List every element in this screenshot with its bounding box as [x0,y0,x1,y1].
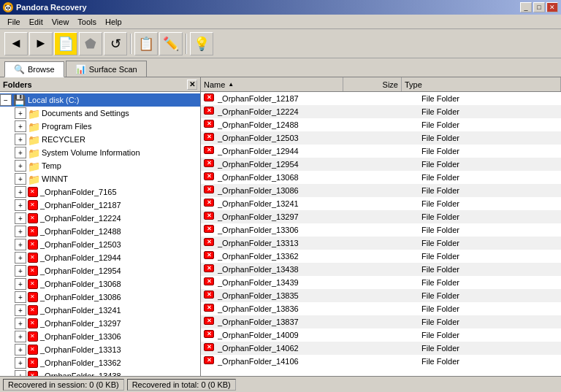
sort-arrow-name: ▲ [228,81,234,88]
tree-expander-winnt[interactable]: + [15,173,26,185]
folder-icon-program-files: 📁 [28,121,39,131]
tree-expander-orphan-12488[interactable]: + [15,226,26,237]
tree-expander-orphan-12224[interactable]: + [15,212,26,224]
tree-item-docs-settings[interactable]: +📁Documents and Settings [0,107,200,120]
edit-button[interactable]: ✏️ [159,32,183,55]
forward-button[interactable]: ► [29,32,53,55]
tree-item-orphan-12944[interactable]: +_OrphanFolder_12944 [0,251,200,264]
info-button[interactable]: 💡 [190,32,213,55]
file-row[interactable]: ✕_OrphanFolder_12954File Folder [201,158,561,171]
tree-expander-orphan-13241[interactable]: + [15,304,26,316]
folder-panel-close[interactable]: ✕ [187,80,197,90]
tree-item-temp[interactable]: +📁Temp [0,159,200,172]
file-row[interactable]: ✕_OrphanFolder_13297File Folder [201,210,561,223]
tree-expander-orphan-12944[interactable]: + [15,252,26,264]
tree-expander-orphan-13306[interactable]: + [15,331,26,342]
file-row[interactable]: ✕_OrphanFolder_13313File Folder [201,237,561,250]
scan-button[interactable]: 📄 [54,32,77,55]
file-row[interactable]: ✕_OrphanFolder_13438File Folder [201,263,561,276]
tree-item-orphan-13306[interactable]: +_OrphanFolder_13306 [0,330,200,343]
tree-item-orphan-12187[interactable]: +_OrphanFolder_12187 [0,199,200,212]
tree-item-orphan-13313[interactable]: +_OrphanFolder_13313 [0,343,200,356]
tree-expander-orphan-13297[interactable]: + [15,318,26,329]
tree-expander-local-disk[interactable]: − [0,94,12,106]
tree-expander-temp[interactable]: + [15,160,26,172]
tree-item-orphan-12954[interactable]: +_OrphanFolder_12954 [0,264,200,277]
file-row[interactable]: ✕_OrphanFolder_14106File Folder [201,355,561,368]
file-list[interactable]: ✕_OrphanFolder_12187File Folder✕_OrphanF… [201,92,561,376]
menu-help[interactable]: Help [101,16,126,28]
back-button[interactable]: ◄ [4,32,28,55]
tree-item-orphan-13086[interactable]: +_OrphanFolder_13086 [0,291,200,304]
stop-button[interactable]: ⬟ [79,32,102,55]
file-row[interactable]: ✕_OrphanFolder_13306File Folder [201,223,561,237]
folder-tree[interactable]: −💾Local disk (C:)+📁Documents and Setting… [0,92,200,376]
tree-label-orphan-12954: _OrphanFolder_12954 [40,266,121,275]
title-controls[interactable]: _ □ ✕ [520,2,558,12]
tree-expander-docs-settings[interactable]: + [15,107,26,119]
file-row-icon: ✕ [204,107,215,117]
file-row[interactable]: ✕_OrphanFolder_13086File Folder [201,184,561,197]
tree-expander-orphan-7165[interactable]: + [15,186,26,198]
refresh-button[interactable]: ↺ [104,32,127,55]
tree-item-local-disk[interactable]: −💾Local disk (C:) [0,93,200,107]
file-row[interactable]: ✕_OrphanFolder_12503File Folder [201,131,561,145]
tree-expander-sys-vol-info[interactable]: + [15,147,26,158]
file-row[interactable]: ✕_OrphanFolder_13439File Folder [201,276,561,289]
file-row[interactable]: ✕_OrphanFolder_13241File Folder [201,197,561,210]
tree-expander-orphan-12187[interactable]: + [15,199,26,211]
tab-browse[interactable]: 🔍 Browse [4,61,64,77]
tree-item-orphan-13297[interactable]: +_OrphanFolder_13297 [0,317,200,330]
tree-expander-orphan-12954[interactable]: + [15,265,26,277]
tree-expander-orphan-13068[interactable]: + [15,278,26,290]
file-row-name: _OrphanFolder_12944 [218,147,360,155]
tree-item-orphan-12503[interactable]: +_OrphanFolder_12503 [0,238,200,251]
file-row[interactable]: ✕_OrphanFolder_12944File Folder [201,145,561,158]
file-row[interactable]: ✕_OrphanFolder_13362File Folder [201,250,561,263]
tree-expander-recycler[interactable]: + [15,134,26,145]
tree-item-orphan-13068[interactable]: +_OrphanFolder_13068 [0,277,200,291]
close-button[interactable]: ✕ [546,2,558,12]
file-row-icon: ✕ [204,212,215,222]
tree-label-winnt: WINNT [42,174,68,183]
menu-tools[interactable]: Tools [73,16,101,28]
col-header-size[interactable]: Size [343,77,402,91]
tree-expander-orphan-13313[interactable]: + [15,344,26,356]
file-row[interactable]: ✕_OrphanFolder_12488File Folder [201,118,561,131]
tree-item-winnt[interactable]: +📁WINNT [0,172,200,185]
tree-expander-orphan-13438[interactable]: + [15,370,26,376]
tree-item-orphan-12488[interactable]: +_OrphanFolder_12488 [0,225,200,238]
menu-edit[interactable]: Edit [25,16,47,28]
maximize-button[interactable]: □ [533,2,545,12]
tree-item-orphan-13438[interactable]: +_OrphanFolder_13438 [0,369,200,376]
file-row[interactable]: ✕_OrphanFolder_13068File Folder [201,171,561,184]
file-row-name: _OrphanFolder_13086 [218,186,360,195]
file-row-icon: ✕ [204,251,215,261]
tree-item-orphan-13362[interactable]: +_OrphanFolder_13362 [0,356,200,369]
file-row-name: _OrphanFolder_14009 [218,331,360,339]
tree-item-sys-vol-info[interactable]: +📁System Volume Information [0,146,200,159]
tree-expander-program-files[interactable]: + [15,120,26,132]
file-row[interactable]: ✕_OrphanFolder_14062File Folder [201,342,561,355]
tree-item-orphan-7165[interactable]: +_OrphanFolder_7165 [0,185,200,199]
file-row[interactable]: ✕_OrphanFolder_13836File Folder [201,302,561,315]
file-row[interactable]: ✕_OrphanFolder_12187File Folder [201,92,561,105]
copy-button[interactable]: 📋 [134,32,158,55]
menu-view[interactable]: View [47,16,74,28]
tree-expander-orphan-12503[interactable]: + [15,239,26,250]
tree-expander-orphan-13086[interactable]: + [15,291,26,303]
minimize-button[interactable]: _ [520,2,532,12]
file-row[interactable]: ✕_OrphanFolder_12224File Folder [201,105,561,118]
file-row[interactable]: ✕_OrphanFolder_14009File Folder [201,328,561,342]
tree-item-program-files[interactable]: +📁Program Files [0,120,200,133]
tree-item-recycler[interactable]: +📁RECYCLER [0,133,200,146]
col-header-name[interactable]: Name ▲ [201,77,343,91]
menu-file[interactable]: File [3,16,25,28]
tree-expander-orphan-13362[interactable]: + [15,357,26,369]
col-header-type[interactable]: Type [402,77,561,91]
tab-surface-scan[interactable]: 📊 Surface Scan [66,61,147,77]
tree-item-orphan-12224[interactable]: +_OrphanFolder_12224 [0,212,200,225]
tree-item-orphan-13241[interactable]: +_OrphanFolder_13241 [0,304,200,317]
file-row[interactable]: ✕_OrphanFolder_13837File Folder [201,315,561,328]
file-row[interactable]: ✕_OrphanFolder_13835File Folder [201,289,561,302]
